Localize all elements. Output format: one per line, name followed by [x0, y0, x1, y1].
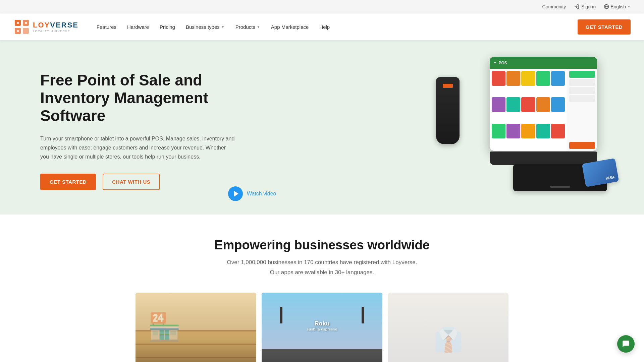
biz-card-clothing: 👔 [388, 293, 508, 362]
stats-desc1: Over 1,000,000 businesses in 170 countri… [13, 259, 631, 266]
pos-item [506, 71, 520, 86]
hero-get-started-button[interactable]: GET STARTED [40, 174, 96, 190]
hero-content: Free Point of Sale and Inventory Managem… [40, 71, 255, 190]
pos-item [536, 97, 550, 112]
nav-business-types[interactable]: Business types ▼ [181, 21, 229, 33]
pos-sidebar [567, 69, 597, 151]
stats-desc2: Our apps are available in 30+ languages. [13, 269, 631, 276]
signin-link[interactable]: Sign in [574, 4, 596, 9]
navbar-get-started-button[interactable]: GET STARTED [578, 19, 631, 35]
biz-card-restaurant: Roku sushi & espresso [262, 293, 382, 362]
chat-icon [622, 340, 630, 348]
pos-item [492, 97, 505, 112]
pos-item [521, 124, 535, 138]
nav-right: GET STARTED [578, 19, 631, 35]
pos-screen-body [490, 69, 597, 151]
nav-pricing[interactable]: Pricing [155, 21, 180, 33]
sushi-sign: Roku sushi & espresso [307, 320, 337, 331]
navbar: LOYVERSE LOYALTY UNIVERSE Features Hardw… [0, 13, 644, 40]
pos-item [521, 97, 535, 112]
nav-products[interactable]: Products ▼ [231, 21, 265, 33]
pos-item [551, 124, 565, 138]
pos-item [506, 97, 520, 112]
pos-item [536, 71, 550, 86]
hero-buttons: GET STARTED CHAT WITH US [40, 174, 255, 190]
pos-item [492, 71, 505, 86]
hero-title: Free Point of Sale and Inventory Managem… [40, 71, 255, 125]
hero-section: Free Point of Sale and Inventory Managem… [0, 40, 644, 215]
chat-widget[interactable] [617, 335, 635, 353]
watch-video-label: Watch video [247, 191, 276, 197]
pos-item [492, 124, 505, 138]
pos-base [490, 152, 597, 165]
pos-item [551, 97, 565, 112]
nav-links: Features Hardware Pricing Business types… [92, 21, 578, 33]
logo-icon [13, 18, 30, 35]
biz-card-grocery: 🏪 [136, 293, 256, 362]
nav-help[interactable]: Help [315, 21, 334, 33]
topbar: Community Sign in English ▼ [0, 0, 644, 13]
svg-rect-6 [23, 28, 29, 34]
pos-item [506, 124, 520, 138]
signin-icon [574, 4, 579, 9]
logo[interactable]: LOYVERSE LOYALTY UNIVERSE [13, 18, 78, 35]
hero-chat-button[interactable]: CHAT WITH US [103, 174, 160, 190]
svg-rect-7 [17, 22, 19, 24]
globe-icon [604, 4, 609, 9]
pos-screen: ≡ POS [490, 57, 597, 151]
community-link[interactable]: Community [542, 4, 566, 9]
barcode-scanner [436, 77, 460, 144]
nav-hardware[interactable]: Hardware [122, 21, 154, 33]
hero-image: ≡ POS [409, 40, 644, 215]
language-chevron: ▼ [627, 5, 631, 8]
pos-item [536, 124, 550, 138]
pos-item [551, 71, 565, 86]
sushi-store-image: Roku sushi & espresso [262, 293, 382, 362]
svg-rect-8 [25, 22, 27, 24]
nav-app-marketplace[interactable]: App Marketplace [266, 21, 314, 33]
logo-subtitle: LOYALTY UNIVERSE [33, 29, 78, 33]
language-selector[interactable]: English ▼ [604, 4, 631, 9]
nav-features[interactable]: Features [92, 21, 121, 33]
products-chevron: ▼ [257, 25, 260, 29]
hero-description: Turn your smartphone or tablet into a po… [40, 134, 235, 162]
pos-item [521, 71, 535, 86]
logo-text: LOYVERSE LOYALTY UNIVERSE [33, 21, 78, 33]
svg-rect-9 [17, 30, 19, 32]
clothing-store-image: 👔 [388, 293, 508, 362]
logo-name: LOYVERSE [33, 21, 78, 29]
pos-items-grid [490, 69, 567, 151]
stats-title: Empowering businesses worldwide [13, 238, 631, 252]
pos-screen-header: ≡ POS [490, 57, 597, 69]
language-label: English [610, 4, 626, 9]
pos-device: ≡ POS [429, 50, 624, 204]
grocery-store-image: 🏪 [136, 293, 256, 362]
business-types-chevron: ▼ [221, 25, 225, 29]
stats-section: Empowering businesses worldwide Over 1,0… [0, 215, 644, 362]
signin-label: Sign in [581, 4, 596, 9]
community-label: Community [542, 4, 566, 9]
business-images: 🏪 Roku sushi & espresso 👔 [13, 293, 631, 362]
